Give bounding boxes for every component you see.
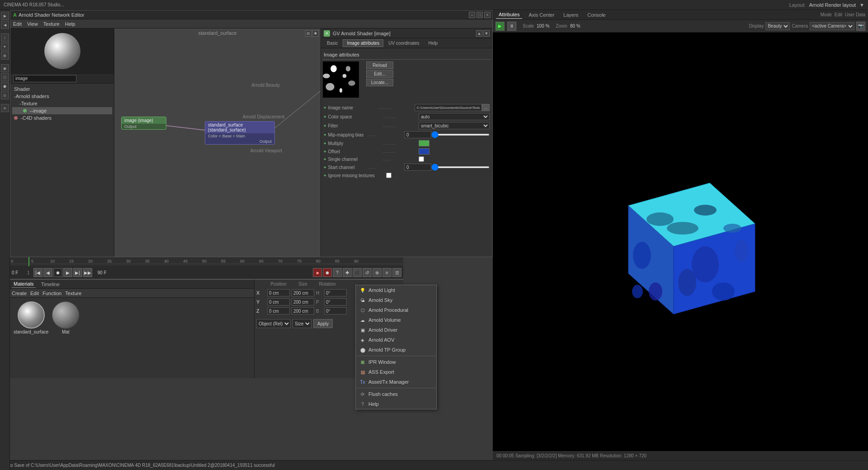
ctx-arnold-sky[interactable]: 🌤 Arnold Sky — [356, 295, 436, 305]
filter-select[interactable]: smart_bicubic — [419, 122, 490, 129]
h-input[interactable] — [324, 289, 347, 296]
image-name-input[interactable] — [415, 104, 482, 111]
sidebar-icon-5[interactable]: ⊞ — [1, 52, 9, 60]
tab-axis-center[interactable]: Axis Center — [526, 11, 557, 19]
material-standard-surface[interactable]: standard_surface — [14, 301, 48, 334]
ctx-arnold-tp-group[interactable]: ⬤ Arnold TP Group — [356, 345, 436, 355]
minimize-button[interactable]: – — [469, 12, 475, 18]
multiply-color[interactable] — [419, 140, 429, 146]
display-select[interactable]: Beauty — [765, 22, 790, 30]
sidebar-icon-3[interactable]: ↕ — [1, 33, 9, 42]
tab-console[interactable]: Console — [585, 11, 608, 19]
ctx-arnold-aov[interactable]: ◈ Arnold AOV — [356, 335, 436, 345]
extra-btn-4[interactable]: ⊕ — [373, 268, 382, 277]
extra-btn-3[interactable]: ↺ — [363, 268, 372, 277]
apply-button[interactable]: Apply — [313, 319, 333, 328]
canvas-icon-1[interactable]: ⊞ — [305, 30, 311, 37]
tab-image-attrs[interactable]: Image attributes — [343, 39, 383, 47]
image-browse-button[interactable]: … — [482, 104, 490, 111]
sidebar-icon-1[interactable]: ▶ — [1, 12, 9, 20]
ctx-ipr-window[interactable]: ⊞ IPR Window — [356, 357, 436, 367]
ctx-arnold-light[interactable]: 💡 Arnold Light — [356, 285, 436, 295]
next-frame-button[interactable]: ▶| — [73, 268, 82, 277]
start-channel-input[interactable] — [404, 164, 431, 171]
pause-button[interactable]: ⏸ — [507, 22, 516, 31]
pos-y-input[interactable] — [267, 298, 290, 306]
tab-uv[interactable]: UV coordinates — [384, 39, 423, 47]
material-mat[interactable]: Mat — [52, 301, 79, 334]
gv-scroll-down[interactable]: ▼ — [483, 30, 490, 37]
shader-canvas[interactable]: standard_surface ⊞ ✱ Arnold Beauty Arnol… — [114, 28, 321, 257]
tree-texture[interactable]: -Texture — [12, 100, 112, 107]
tab-layers[interactable]: Layers — [561, 11, 581, 19]
tree-c4d-shaders[interactable]: -C4D shaders — [12, 114, 112, 122]
record-keyframe-button[interactable]: ⏺ — [323, 268, 332, 277]
menu-edit[interactable]: Edit — [13, 21, 22, 27]
function-menu[interactable]: Function — [42, 291, 61, 296]
pos-z-input[interactable] — [267, 307, 290, 315]
help-btn[interactable]: ? — [333, 268, 342, 277]
shader-search-input[interactable] — [13, 75, 76, 82]
ignore-missing-checkbox[interactable] — [386, 173, 392, 178]
sidebar-icon-7[interactable]: ⬡ — [1, 73, 9, 81]
go-start-button[interactable]: |◀ — [33, 268, 42, 277]
layout-value[interactable]: Arnold Render layout — [809, 2, 856, 8]
sidebar-icon-10[interactable]: A — [1, 104, 9, 112]
extra-btn-2[interactable]: ⬛ — [353, 268, 362, 277]
pos-x-input[interactable] — [267, 289, 290, 296]
node-image[interactable]: image (image) Output — [121, 117, 166, 130]
color-space-select[interactable]: auto — [419, 113, 490, 120]
edit-button[interactable]: Edit... — [366, 70, 393, 78]
canvas-icon-2[interactable]: ✱ — [312, 30, 319, 37]
mip-bias-slider[interactable] — [431, 134, 490, 136]
size-x-input[interactable] — [292, 289, 314, 296]
ctx-help[interactable]: ? Help — [356, 399, 436, 409]
prev-frame-button[interactable]: ◀ — [43, 268, 52, 277]
p-input[interactable] — [324, 298, 347, 306]
node-surface[interactable]: standard_surface (standard_surface) Colo… — [205, 121, 275, 145]
record-button[interactable]: ⏺ — [53, 268, 62, 277]
ctx-asset-tx-manager[interactable]: Tx Asset/Tx Manager — [356, 377, 436, 387]
go-end-button[interactable]: ▶▶ — [83, 268, 92, 277]
tree-image[interactable]: --image — [12, 107, 112, 114]
ctx-flush-caches[interactable]: ⟳ Flush caches — [356, 389, 436, 399]
menu-texture[interactable]: Texture — [43, 21, 60, 27]
sidebar-icon-8[interactable]: ⬢ — [1, 82, 9, 90]
size-select[interactable]: Size — [292, 319, 311, 328]
maximize-button[interactable]: □ — [476, 12, 483, 18]
edit-menu[interactable]: Edit — [30, 291, 39, 296]
create-menu[interactable]: Create — [12, 291, 27, 296]
locate-button[interactable]: Locate... — [366, 79, 393, 86]
extra-btn-6[interactable]: ☰ — [392, 268, 401, 277]
layout-selector[interactable]: Layout: Arnold Render layout ▼ — [789, 2, 864, 8]
stop-button[interactable]: ■ — [313, 268, 322, 277]
size-z-input[interactable] — [292, 307, 314, 315]
materials-tab[interactable]: Materials — [12, 280, 36, 288]
menu-help[interactable]: Help — [65, 21, 75, 27]
close-button[interactable]: × — [484, 12, 491, 18]
reload-button[interactable]: Reload — [366, 61, 393, 69]
play-button[interactable]: ▶ — [495, 22, 505, 31]
offset-color[interactable] — [419, 148, 429, 155]
layout-dropdown-icon[interactable]: ▼ — [859, 2, 864, 8]
start-channel-slider[interactable] — [431, 166, 490, 168]
play-forward-button[interactable]: ▶ — [63, 268, 72, 277]
b-input[interactable] — [324, 307, 347, 315]
ctx-arnold-volume[interactable]: ☁ Arnold Volume — [356, 315, 436, 325]
camera-icon-btn[interactable]: 📷 — [856, 22, 865, 31]
timeline-tab[interactable]: Timeline — [39, 281, 61, 288]
tab-attributes[interactable]: Attributes — [496, 11, 522, 19]
sidebar-icon-6[interactable]: ◉ — [1, 64, 9, 72]
gv-scroll-up[interactable]: ▲ — [476, 30, 482, 37]
tab-basic[interactable]: Basic — [323, 39, 342, 47]
ctx-arnold-driver[interactable]: ▣ Arnold Driver — [356, 325, 436, 335]
tab-help[interactable]: Help — [425, 39, 442, 47]
sidebar-icon-9[interactable]: ⊙ — [1, 91, 9, 99]
object-rel-select[interactable]: Object (Rel) — [256, 319, 291, 328]
sidebar-icon-2[interactable]: ◀ — [1, 21, 9, 29]
ctx-arnold-procedural[interactable]: ⬡ Arnold Procedural — [356, 305, 436, 315]
texture-menu[interactable]: Texture — [65, 291, 81, 296]
extra-btn-1[interactable]: ✚ — [343, 268, 352, 277]
camera-select[interactable]: <active Camera> — [810, 22, 854, 30]
mip-bias-input[interactable] — [404, 131, 431, 138]
